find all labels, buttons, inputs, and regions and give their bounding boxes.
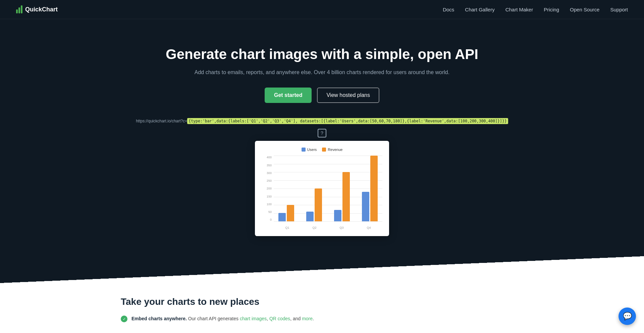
y-label-250: 250	[262, 179, 272, 182]
url-display: https://quickchart.io/chart?c={type:'bar…	[7, 118, 637, 126]
feature-embed-bold: Embed charts anywhere.	[131, 316, 187, 321]
nav-chart-maker[interactable]: Chart Maker	[505, 7, 533, 12]
legend-users-label: Users	[307, 148, 317, 152]
y-label-400: 400	[262, 156, 272, 159]
bar-users-q2	[306, 212, 314, 221]
chat-button[interactable]: 💬	[619, 308, 636, 325]
feature-embed: ✓ Embed charts anywhere. Our chart API g…	[121, 315, 523, 322]
nav-links: Docs Chart Gallery Chart Maker Pricing O…	[443, 7, 628, 12]
hero-title: Generate chart images with a simple, ope…	[7, 46, 637, 63]
chart-images-link[interactable]: chart images	[240, 316, 267, 321]
x-label-q1: Q1	[274, 226, 301, 229]
qr-codes-link[interactable]: QR codes	[269, 316, 290, 321]
legend-revenue-dot	[322, 148, 326, 152]
bar-revenue-q3	[342, 172, 350, 221]
nav-support[interactable]: Support	[610, 7, 628, 12]
check-icon: ✓	[121, 316, 127, 322]
bar-group-q1	[274, 205, 299, 221]
logo-link[interactable]: QuickChart	[16, 5, 58, 13]
y-axis: 400 350 300 250 200 150 100 50 0	[262, 156, 273, 221]
get-started-button[interactable]: Get started	[265, 88, 312, 103]
legend-revenue: Revenue	[322, 148, 342, 152]
chart-preview: Users Revenue 400 350 300 250 200 150 10…	[255, 141, 389, 236]
chat-icon: 💬	[623, 312, 632, 321]
x-label-q2: Q2	[301, 226, 328, 229]
chart-legend: Users Revenue	[262, 148, 382, 152]
legend-revenue-label: Revenue	[328, 148, 342, 152]
bar-users-q4	[362, 192, 369, 221]
url-params: {type:'bar',data:{labels:['Q1','Q2','Q3'…	[187, 118, 508, 124]
logo-text: QuickChart	[25, 6, 58, 13]
more-link[interactable]: more	[302, 316, 313, 321]
view-hosted-plans-button[interactable]: View hosted plans	[317, 88, 379, 103]
legend-users: Users	[302, 148, 317, 152]
bars-wrapper	[274, 156, 382, 221]
x-label-q3: Q3	[328, 226, 355, 229]
nav-chart-gallery[interactable]: Chart Gallery	[465, 7, 494, 12]
bar-users-q1	[278, 213, 286, 221]
gridline-0	[274, 221, 382, 222]
hero-buttons: Get started View hosted plans	[7, 88, 637, 103]
nav-docs[interactable]: Docs	[443, 7, 454, 12]
url-base: https://quickchart.io/chart?c=	[136, 119, 187, 123]
x-labels: Q1 Q2 Q3 Q4	[274, 226, 382, 229]
y-label-200: 200	[262, 187, 272, 190]
bar-revenue-q1	[287, 205, 294, 221]
y-label-350: 350	[262, 164, 272, 167]
nav-pricing[interactable]: Pricing	[544, 7, 559, 12]
navbar: QuickChart Docs Chart Gallery Chart Make…	[0, 0, 644, 19]
bottom-title: Take your charts to new places	[121, 296, 523, 307]
hero-subtitle: Add charts to emails, reports, and anywh…	[7, 69, 637, 75]
y-label-50: 50	[262, 210, 272, 214]
bottom-content: Take your charts to new places ✓ Embed c…	[0, 283, 644, 333]
bar-revenue-q4	[370, 156, 378, 221]
bar-group-q2	[302, 188, 327, 221]
bar-revenue-q2	[315, 188, 322, 221]
y-label-300: 300	[262, 171, 272, 175]
nav-open-source[interactable]: Open Source	[570, 7, 599, 12]
logo-icon	[16, 5, 22, 13]
legend-users-dot	[302, 148, 306, 152]
y-label-150: 150	[262, 195, 272, 198]
diagonal-cut	[0, 256, 644, 283]
x-label-q4: Q4	[355, 226, 382, 229]
feature-embed-text: Embed charts anywhere. Our chart API gen…	[131, 315, 314, 322]
y-label-100: 100	[262, 203, 272, 206]
url-bar: https://quickchart.io/chart?c={type:'bar…	[136, 118, 508, 124]
y-label-0: 0	[262, 218, 272, 221]
bar-group-q4	[357, 156, 382, 221]
hero-section: Generate chart images with a simple, ope…	[0, 19, 644, 256]
bar-users-q3	[334, 210, 341, 221]
bar-group-q3	[329, 172, 355, 221]
question-mark-icon: ?	[318, 129, 326, 137]
chart-area: 400 350 300 250 200 150 100 50 0	[262, 156, 382, 229]
